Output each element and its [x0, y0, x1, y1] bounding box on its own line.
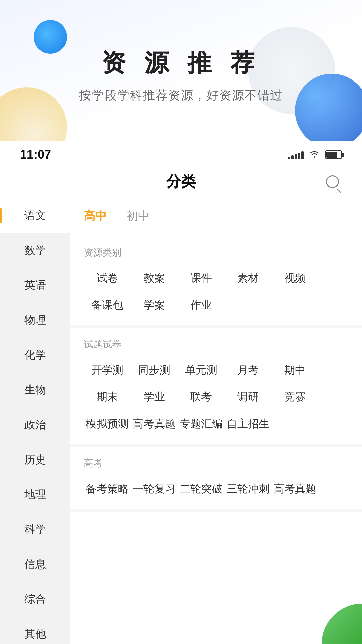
tag-zizhaosheng[interactable]: 自主招生 — [225, 414, 272, 434]
sidebar-item-huaxue[interactable]: 化学 — [0, 338, 70, 373]
subject-sidebar: 语文 数学 英语 物理 化学 生物 政治 历史 地理 科学 信息 综合 其他 — [0, 198, 70, 644]
section-title-1: 资源类别 — [84, 246, 349, 259]
phone-area: 11:07 分类 — [0, 141, 362, 644]
sidebar-item-zhengzhi[interactable]: 政治 — [0, 408, 70, 442]
signal-icon — [288, 150, 304, 159]
status-time: 11:07 — [20, 148, 51, 162]
right-content: 高中 初中 资源类别 试卷 教案 课件 素材 视频 备课包 学案 作业 — [70, 198, 362, 644]
tag-jiaoan[interactable]: 教案 — [131, 268, 178, 288]
tag-jingsai[interactable]: 竞赛 — [272, 387, 318, 407]
sidebar-item-kexue[interactable]: 科学 — [0, 512, 70, 547]
sidebar-item-lishi[interactable]: 历史 — [0, 442, 70, 477]
tag-tongbuice[interactable]: 同步测 — [131, 360, 178, 380]
sidebar-item-shuxue[interactable]: 数学 — [0, 233, 70, 268]
tag-yuekao[interactable]: 月考 — [225, 360, 272, 380]
tag-qimo[interactable]: 期末 — [84, 387, 131, 407]
tag-shipin[interactable]: 视频 — [272, 268, 318, 288]
sidebar-item-wuli[interactable]: 物理 — [0, 303, 70, 338]
gaokao-tags-grid: 备考策略 一轮复习 二轮突破 三轮冲刺 高考真题 — [84, 479, 349, 499]
tag-sanlunchongci[interactable]: 三轮冲刺 — [225, 479, 272, 499]
tag-zuoye[interactable]: 作业 — [178, 295, 225, 315]
tag-kejian[interactable]: 课件 — [178, 268, 225, 288]
search-button[interactable] — [323, 172, 342, 191]
wifi-icon — [309, 149, 320, 161]
tag-moniyuce[interactable]: 模拟预测 — [84, 414, 131, 434]
page-title: 分类 — [166, 172, 196, 192]
tag-beikebao[interactable]: 备课包 — [84, 295, 131, 315]
tab-chuzhong[interactable]: 初中 — [127, 208, 149, 226]
resource-tags-grid: 试卷 教案 课件 素材 视频 备课包 学案 作业 — [84, 268, 349, 315]
status-icons — [288, 149, 342, 161]
tag-diaoyan[interactable]: 调研 — [225, 387, 272, 407]
tag-xuean[interactable]: 学案 — [131, 295, 178, 315]
section-title-2: 试题试卷 — [84, 338, 349, 351]
tag-kaixuece[interactable]: 开学测 — [84, 360, 131, 380]
hero-section: 资 源 推 荐 按学段学科推荐资源，好资源不错过 — [0, 0, 362, 141]
status-bar: 11:07 — [0, 141, 362, 165]
gaokao-section: 高考 备考策略 一轮复习 二轮突破 三轮冲刺 高考真题 — [70, 447, 362, 512]
tag-danyuance[interactable]: 单元测 — [178, 360, 225, 380]
tag-gaokaozhenti[interactable]: 高考真题 — [131, 414, 178, 434]
tab-gaozhong[interactable]: 高中 — [84, 208, 107, 226]
sidebar-item-xinxi[interactable]: 信息 — [0, 547, 70, 582]
level-tabs: 高中 初中 — [70, 198, 362, 236]
tag-qizhong[interactable]: 期中 — [272, 360, 318, 380]
sidebar-item-qita[interactable]: 其他 — [0, 617, 70, 644]
exam-tags-grid: 开学测 同步测 单元测 月考 期中 期末 学业 联考 调研 竞赛 模拟预测 高考… — [84, 360, 349, 434]
header-bar: 分类 — [0, 165, 362, 198]
hero-subtitle: 按学段学科推荐资源，好资源不错过 — [0, 87, 362, 104]
tag-erluntupo[interactable]: 二轮突破 — [178, 479, 225, 499]
green-leaf-icon — [322, 604, 362, 644]
sidebar-item-dili[interactable]: 地理 — [0, 477, 70, 512]
main-content: 语文 数学 英语 物理 化学 生物 政治 历史 地理 科学 信息 综合 其他 高… — [0, 198, 362, 644]
resource-category-section: 资源类别 试卷 教案 课件 素材 视频 备课包 学案 作业 — [70, 236, 362, 328]
bottom-leaf-decoration — [322, 604, 362, 644]
exam-section: 试题试卷 开学测 同步测 单元测 月考 期中 期末 学业 联考 调研 竞赛 模拟… — [70, 328, 362, 447]
sidebar-item-yuwen[interactable]: 语文 — [0, 198, 70, 233]
tag-yilunfuxi[interactable]: 一轮复习 — [131, 479, 178, 499]
tag-gaokaozhenti2[interactable]: 高考真题 — [272, 479, 318, 499]
tag-beikaocelue[interactable]: 备考策略 — [84, 479, 131, 499]
tag-shijuan[interactable]: 试卷 — [84, 268, 131, 288]
tag-liankao[interactable]: 联考 — [178, 387, 225, 407]
battery-icon — [325, 150, 342, 159]
hero-title: 资 源 推 荐 — [0, 0, 362, 79]
tag-sucai[interactable]: 素材 — [225, 268, 272, 288]
sidebar-item-zonghe[interactable]: 综合 — [0, 582, 70, 617]
tag-zhuantibianji[interactable]: 专题汇编 — [178, 414, 225, 434]
search-icon — [326, 175, 339, 188]
tag-xueye[interactable]: 学业 — [131, 387, 178, 407]
section-title-3: 高考 — [84, 457, 349, 470]
sidebar-item-yingyu[interactable]: 英语 — [0, 268, 70, 303]
sidebar-item-shengwu[interactable]: 生物 — [0, 373, 70, 408]
